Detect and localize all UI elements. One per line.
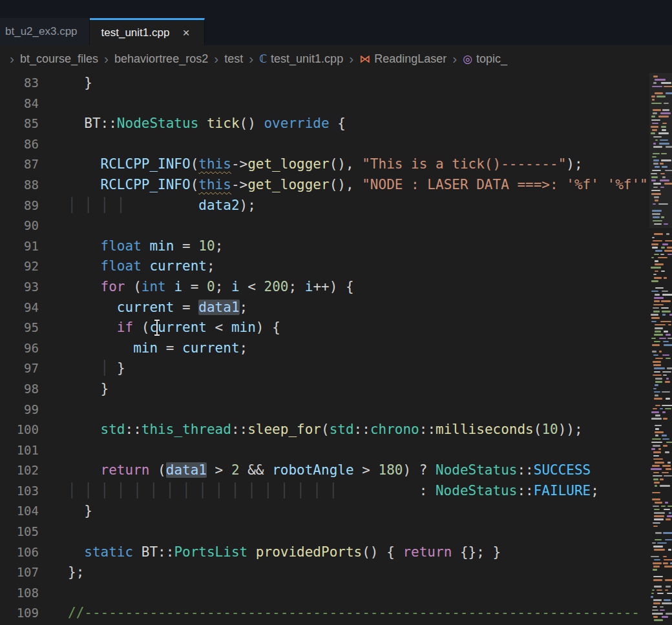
minimap-slider[interactable] bbox=[649, 73, 672, 228]
code-line[interactable]: 95 if (current < min) { bbox=[0, 318, 672, 338]
code-line[interactable]: 98 } bbox=[0, 379, 672, 400]
code-line[interactable]: 101 bbox=[0, 440, 672, 461]
line-number[interactable]: 109 bbox=[0, 603, 39, 624]
code-line[interactable]: 87 RCLCPP_INFO(this->get_logger(), "This… bbox=[0, 154, 672, 175]
line-number[interactable]: 108 bbox=[0, 583, 39, 604]
line-number[interactable]: 85 bbox=[0, 114, 39, 134]
code-line[interactable]: 94 current = data1; bbox=[0, 298, 672, 318]
code-text[interactable]: static BT::PortsList providedPorts() { r… bbox=[39, 542, 501, 563]
code-text[interactable]: RCLCPP_INFO(this->get_logger(), "This is… bbox=[39, 154, 583, 175]
code-text[interactable]: } bbox=[39, 73, 92, 94]
code-text[interactable] bbox=[39, 400, 68, 420]
code-text[interactable] bbox=[39, 583, 68, 604]
line-number[interactable]: 96 bbox=[0, 338, 39, 359]
minimap-mark bbox=[655, 263, 664, 265]
line-number[interactable]: 88 bbox=[0, 175, 39, 196]
line-number[interactable]: 97 bbox=[0, 358, 39, 379]
line-number[interactable]: 87 bbox=[0, 154, 39, 175]
line-number[interactable]: 90 bbox=[0, 216, 39, 236]
tab-test_unit1[interactable]: test_unit1.cpp × bbox=[90, 18, 205, 45]
code-line[interactable]: 93 for (int i = 0; i < 200; i++) { bbox=[0, 277, 672, 298]
code-line[interactable]: 83 } bbox=[0, 73, 672, 94]
line-number[interactable]: 86 bbox=[0, 134, 39, 155]
code-text[interactable]: for (int i = 0; i < 200; i++) { bbox=[39, 277, 354, 298]
line-number[interactable]: 106 bbox=[0, 542, 39, 563]
code-line[interactable]: 104 } bbox=[0, 501, 672, 522]
code-line[interactable]: 89│ │ │ │ data2); bbox=[0, 196, 672, 216]
code-token: ( bbox=[149, 462, 165, 478]
code-line[interactable]: 109//-----------------------------------… bbox=[0, 603, 672, 624]
line-number[interactable]: 101 bbox=[0, 440, 39, 461]
code-text[interactable]: min = current; bbox=[39, 338, 247, 359]
code-text[interactable] bbox=[39, 94, 68, 114]
breadcrumb-item-test[interactable]: test bbox=[224, 52, 243, 66]
line-number[interactable]: 99 bbox=[0, 400, 39, 420]
code-text[interactable] bbox=[39, 522, 68, 542]
line-number[interactable]: 83 bbox=[0, 73, 39, 94]
code-line[interactable]: 103│ │ │ │ │ │ │ │ │ │ │ │ │ │ │ │ │ : N… bbox=[0, 481, 672, 502]
code-line[interactable]: 105 bbox=[0, 522, 672, 542]
line-number[interactable]: 95 bbox=[0, 318, 39, 338]
minimap-mark bbox=[660, 408, 664, 410]
code-text[interactable]: std::this_thread::sleep_for(std::chrono:… bbox=[39, 420, 583, 440]
code-line[interactable]: 84 bbox=[0, 94, 672, 114]
line-number[interactable]: 100 bbox=[0, 420, 39, 440]
class-symbol-icon: ⋈ bbox=[359, 52, 370, 66]
breadcrumb-item-test_unit1-cpp[interactable]: ℂtest_unit1.cpp bbox=[259, 52, 343, 66]
code-line[interactable]: 88 RCLCPP_INFO(this->get_logger(), "NODE… bbox=[0, 175, 672, 196]
line-number[interactable]: 104 bbox=[0, 501, 39, 522]
code-line[interactable]: 99 bbox=[0, 400, 672, 420]
code-line[interactable]: 100 std::this_thread::sleep_for(std::chr… bbox=[0, 420, 672, 440]
line-number[interactable]: 93 bbox=[0, 277, 39, 298]
line-number[interactable]: 102 bbox=[0, 460, 39, 481]
code-line[interactable]: 92 float current; bbox=[0, 256, 672, 277]
code-token: SUCCESS bbox=[534, 462, 591, 478]
code-line[interactable]: 91 float min = 10; bbox=[0, 236, 672, 257]
code-line[interactable]: 96 min = current; bbox=[0, 338, 672, 359]
code-text[interactable] bbox=[39, 216, 68, 236]
code-text[interactable] bbox=[39, 134, 68, 155]
minimap-mark bbox=[655, 260, 659, 262]
code-editor[interactable]: 83 }8485 BT::NodeStatus tick() override … bbox=[0, 73, 672, 625]
code-text[interactable]: float current; bbox=[39, 256, 215, 277]
code-line[interactable]: 97 │ } bbox=[0, 358, 672, 379]
code-text[interactable]: BT::NodeStatus tick() override { bbox=[39, 114, 346, 134]
code-text[interactable]: return (data1 > 2 && robotAngle > 180) ?… bbox=[39, 460, 591, 481]
code-line[interactable]: 85 BT::NodeStatus tick() override { bbox=[0, 114, 672, 134]
line-number[interactable]: 107 bbox=[0, 562, 39, 583]
minimap[interactable] bbox=[649, 73, 672, 625]
code-line[interactable]: 86 bbox=[0, 134, 672, 155]
line-number[interactable]: 105 bbox=[0, 522, 39, 542]
code-line[interactable]: 106 static BT::PortsList providedPorts()… bbox=[0, 542, 672, 563]
breadcrumb-item-bt_course_files[interactable]: bt_course_files bbox=[20, 52, 98, 66]
breadcrumb-item-ReadingLaser[interactable]: ⋈ReadingLaser bbox=[359, 52, 446, 66]
code-text[interactable]: }; bbox=[39, 562, 84, 583]
line-number[interactable]: 103 bbox=[0, 481, 39, 502]
code-line[interactable]: 108 bbox=[0, 583, 672, 604]
code-line[interactable]: 102 return (data1 > 2 && robotAngle > 18… bbox=[0, 460, 672, 481]
line-number[interactable]: 89 bbox=[0, 196, 39, 216]
line-number[interactable]: 94 bbox=[0, 298, 39, 318]
code-text[interactable]: │ } bbox=[39, 358, 125, 379]
code-text[interactable] bbox=[39, 440, 68, 461]
code-line[interactable]: 107}; bbox=[0, 562, 672, 583]
breadcrumb-item-topic_[interactable]: ◎topic_ bbox=[463, 52, 507, 66]
line-number[interactable]: 98 bbox=[0, 379, 39, 400]
code-text[interactable]: //--------------------------------------… bbox=[39, 603, 640, 624]
close-icon[interactable]: × bbox=[180, 25, 192, 40]
tab-bt_u2_ex3[interactable]: bt_u2_ex3.cpp bbox=[0, 18, 90, 45]
code-text[interactable]: float min = 10; bbox=[39, 236, 223, 257]
code-text[interactable]: } bbox=[39, 379, 109, 400]
code-token: > bbox=[354, 462, 379, 478]
breadcrumb-item-behaviortree_ros2[interactable]: behaviortree_ros2 bbox=[114, 52, 208, 66]
code-line[interactable]: 90 bbox=[0, 216, 672, 236]
line-number[interactable]: 84 bbox=[0, 94, 39, 114]
code-text[interactable]: │ │ │ │ data2); bbox=[39, 196, 256, 216]
code-text[interactable]: RCLCPP_INFO(this->get_logger(), "NODE : … bbox=[39, 175, 672, 196]
code-text[interactable]: } bbox=[39, 501, 92, 522]
code-text[interactable]: │ │ │ │ │ │ │ │ │ │ │ │ │ │ │ │ │ : Node… bbox=[39, 481, 599, 502]
code-text[interactable]: current = data1; bbox=[39, 298, 247, 318]
line-number[interactable]: 92 bbox=[0, 256, 39, 277]
minimap-mark bbox=[653, 472, 659, 474]
line-number[interactable]: 91 bbox=[0, 236, 39, 257]
